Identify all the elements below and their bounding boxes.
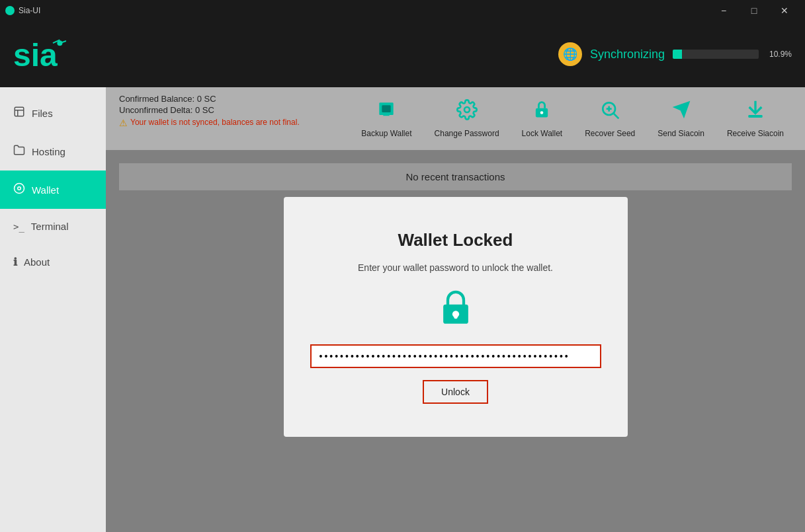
locked-card: Wallet Locked Enter your wallet password… — [284, 197, 628, 437]
logo-area: sia — [13, 34, 66, 74]
app-title: Sia-UI — [19, 6, 40, 15]
backup-wallet-label: Backup Wallet — [361, 129, 411, 138]
recover-seed-label: Recover Seed — [585, 129, 635, 138]
svg-rect-23 — [454, 314, 457, 319]
about-label: About — [24, 256, 50, 268]
content: Files Hosting Wallet — [0, 87, 805, 532]
locked-title: Wallet Locked — [398, 230, 513, 250]
sync-progress-label: 10.9% — [769, 50, 792, 59]
warning-icon: ⚠ — [119, 118, 128, 128]
sia-logo: sia — [13, 34, 66, 74]
svg-point-8 — [18, 187, 21, 190]
sync-area: 🌐 Synchronizing 10.9% — [558, 42, 792, 66]
wallet-label: Wallet — [32, 184, 59, 196]
wallet-icon — [13, 182, 25, 197]
wallet-info: Confirmed Balance: 0 SC Unconfirmed Delt… — [119, 94, 353, 128]
app: sia 🌐 Synchronizing 10.9% — [0, 21, 805, 532]
send-siacoin-icon — [671, 99, 692, 125]
unlock-btn-wrapper: Unlock — [423, 380, 488, 404]
wallet-body: No recent transactions Wallet Locked Ent… — [106, 150, 805, 532]
recover-seed-icon — [599, 99, 620, 125]
unlock-button[interactable]: Unlock — [425, 383, 486, 401]
svg-rect-20 — [748, 115, 762, 118]
unconfirmed-delta: Unconfirmed Delta: 0 SC — [119, 105, 353, 115]
svg-text:sia: sia — [13, 38, 58, 73]
terminal-icon: >_ — [13, 221, 24, 232]
svg-rect-10 — [382, 105, 391, 112]
files-icon — [13, 106, 25, 120]
sync-progress-bar — [673, 50, 759, 59]
wallet-warning: ⚠ Your wallet is not synced, balances ar… — [119, 118, 353, 128]
lock-wallet-label: Lock Wallet — [522, 129, 563, 138]
sync-label: Synchronizing — [590, 48, 665, 61]
sidebar-item-about[interactable]: ℹ About — [0, 244, 106, 280]
svg-point-7 — [15, 184, 24, 194]
svg-rect-4 — [15, 107, 24, 116]
svg-point-14 — [540, 111, 544, 114]
send-siacoin-label: Send Siacoin — [657, 129, 704, 138]
hosting-icon — [13, 144, 25, 159]
confirmed-balance: Confirmed Balance: 0 SC — [119, 94, 353, 104]
files-label: Files — [32, 108, 53, 119]
lock-icon-wrapper — [436, 287, 476, 330]
change-password-label: Change Password — [435, 129, 499, 138]
receive-siacoin-button[interactable]: Receive Siacoin — [719, 94, 792, 143]
svg-line-16 — [614, 114, 618, 118]
receive-siacoin-icon — [745, 99, 766, 125]
hosting-label: Hosting — [32, 146, 65, 157]
recover-seed-button[interactable]: Recover Seed — [577, 94, 643, 143]
lock-icon — [436, 287, 476, 327]
toolbar-actions: Backup Wallet Change Password — [353, 94, 792, 143]
sidebar: Files Hosting Wallet — [0, 87, 106, 532]
minimize-button[interactable]: − — [708, 0, 739, 21]
titlebar: Sia-UI − □ ✕ — [0, 0, 805, 21]
globe-icon: 🌐 — [558, 42, 582, 66]
backup-wallet-icon — [376, 99, 397, 125]
wallet-toolbar: Confirmed Balance: 0 SC Unconfirmed Delt… — [106, 87, 805, 150]
maximize-button[interactable]: □ — [739, 0, 769, 21]
header: sia 🌐 Synchronizing 10.9% — [0, 21, 805, 87]
svg-point-12 — [464, 107, 470, 112]
titlebar-controls: − □ ✕ — [708, 0, 800, 21]
send-siacoin-button[interactable]: Send Siacoin — [650, 94, 712, 143]
main-panel: Confirmed Balance: 0 SC Unconfirmed Delt… — [106, 87, 805, 532]
backup-wallet-button[interactable]: Backup Wallet — [353, 94, 419, 143]
lock-wallet-button[interactable]: Lock Wallet — [514, 94, 571, 143]
sync-progress-fill — [673, 50, 682, 59]
locked-desc: Enter your wallet password to unlock the… — [358, 262, 553, 273]
no-transactions: No recent transactions — [119, 163, 792, 190]
about-icon: ℹ — [13, 256, 17, 268]
sidebar-item-files[interactable]: Files — [0, 94, 106, 132]
receive-siacoin-label: Receive Siacoin — [727, 129, 784, 138]
sidebar-item-wallet[interactable]: Wallet — [0, 171, 106, 209]
lock-wallet-icon — [532, 99, 552, 125]
sidebar-item-terminal[interactable]: >_ Terminal — [0, 209, 106, 244]
warning-text: Your wallet is not synced, balances are … — [130, 118, 300, 127]
change-password-icon — [456, 99, 478, 125]
terminal-label: Terminal — [31, 221, 69, 232]
change-password-button[interactable]: Change Password — [427, 94, 507, 143]
close-button[interactable]: ✕ — [769, 0, 800, 21]
titlebar-left: Sia-UI — [5, 6, 40, 15]
password-input[interactable] — [310, 344, 601, 368]
app-icon — [5, 6, 15, 15]
sidebar-item-hosting[interactable]: Hosting — [0, 132, 106, 171]
